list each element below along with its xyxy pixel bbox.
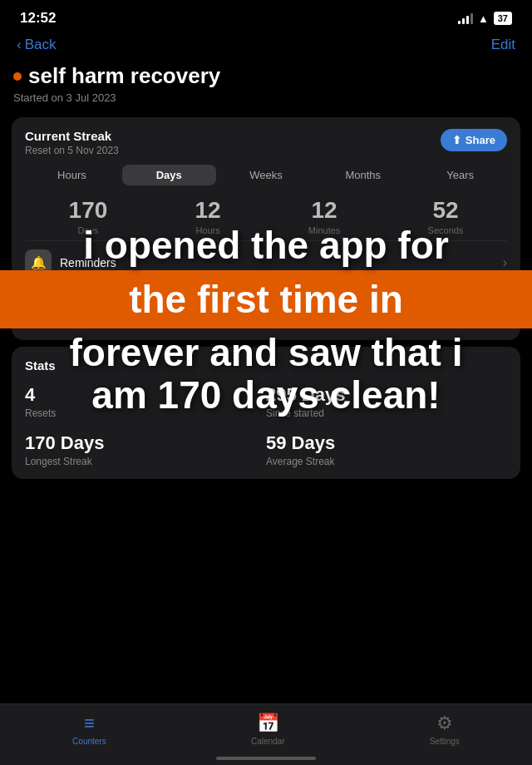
siri-icon: ▶▶ (25, 294, 52, 320)
status-bar: 12:52 ▲ 37 (0, 0, 532, 33)
edit-button[interactable]: Edit (491, 37, 515, 53)
streak-card: Current Streak Reset on 5 Nov 2023 ⬆ Sha… (12, 117, 520, 340)
stats-resets: 4 Resets (25, 384, 266, 419)
tab-counters[interactable]: ≡ Counters (72, 713, 106, 746)
stats-resets-num: 4 (25, 384, 266, 406)
siri-arrow-icon: › (503, 299, 507, 314)
tab-days[interactable]: Days (122, 165, 216, 185)
reminders-row[interactable]: 🔔 Reminders › (25, 240, 507, 284)
stats-since-label: Since started (266, 407, 507, 419)
stats-resets-label: Resets (25, 407, 266, 419)
title-color-dot (13, 72, 22, 81)
siri-badge-icon: ⊕ (484, 302, 491, 313)
siri-label: Siri Shortcuts (60, 300, 129, 313)
stat-days-label: Days (69, 225, 108, 235)
tab-months[interactable]: Months (316, 165, 410, 185)
share-label: Share (466, 134, 495, 146)
status-icons: ▲ 37 (458, 12, 512, 25)
reminders-icon: 🔔 (25, 249, 52, 276)
siri-row[interactable]: ▶▶ Siri Shortcuts ⊕ › (25, 284, 507, 328)
battery-indicator: 37 (494, 12, 512, 25)
stat-hours-label: Hours (195, 225, 221, 235)
page-title-row: self harm recovery (13, 63, 519, 89)
stat-minutes: 12 Minutes (308, 197, 341, 235)
stats-card: Stats 4 Resets 295 Days Since started 17… (12, 347, 520, 479)
stat-hours: 12 Hours (195, 197, 221, 235)
page-title: self harm recovery (28, 63, 220, 89)
streak-header: Current Streak Reset on 5 Nov 2023 ⬆ Sha… (25, 129, 507, 156)
stat-days: 170 Days (69, 197, 108, 235)
nav-bar: ‹ Back Edit (0, 33, 532, 60)
signal-icon (458, 12, 473, 24)
stat-minutes-label: Minutes (308, 225, 341, 235)
settings-label: Settings (430, 737, 460, 746)
time-tabs: Hours Days Weeks Months Years (25, 165, 507, 185)
chevron-left-icon: ‹ (17, 37, 22, 53)
stat-days-num: 170 (69, 197, 108, 224)
tab-calendar[interactable]: 📅 Calendar (251, 713, 285, 746)
tab-hours[interactable]: Hours (25, 165, 119, 185)
back-label: Back (25, 37, 57, 53)
stats-average-label: Average Streak (266, 456, 507, 467)
share-button[interactable]: ⬆ Share (441, 129, 507, 151)
stat-seconds-label: Seconds (428, 225, 464, 235)
page-header: self harm recovery Started on 3 Jul 2023 (0, 60, 532, 111)
tab-settings[interactable]: ⚙ Settings (430, 713, 460, 746)
streak-title: Current Streak (25, 129, 119, 143)
stat-minutes-num: 12 (308, 197, 341, 224)
reminders-label: Reminders (60, 256, 116, 269)
stat-seconds: 52 Seconds (428, 197, 464, 235)
stat-seconds-num: 52 (428, 197, 464, 224)
stats-grid: 4 Resets 295 Days Since started 170 Days… (25, 384, 507, 467)
status-time: 12:52 (20, 10, 56, 27)
calendar-label: Calendar (251, 737, 285, 746)
wifi-icon: ▲ (478, 12, 489, 25)
counters-label: Counters (72, 737, 106, 746)
home-indicator (216, 757, 316, 760)
stats-longest-label: Longest Streak (25, 456, 266, 467)
streak-numbers: 170 Days 12 Hours 12 Minutes 52 Seconds (25, 197, 507, 235)
stats-since-started: 295 Days Since started (266, 384, 507, 419)
stats-average: 59 Days Average Streak (266, 432, 507, 467)
settings-icon: ⚙ (436, 713, 453, 734)
counters-icon: ≡ (84, 713, 95, 734)
page-subtitle: Started on 3 Jul 2023 (13, 91, 519, 104)
siri-badge: ⊕ (480, 299, 496, 315)
tab-bar: ≡ Counters 📅 Calendar ⚙ Settings (0, 703, 532, 765)
stats-longest: 170 Days Longest Streak (25, 432, 266, 467)
streak-info: Current Streak Reset on 5 Nov 2023 (25, 129, 119, 156)
reminders-left: 🔔 Reminders (25, 249, 116, 276)
siri-right: ⊕ › (480, 299, 507, 315)
tab-years[interactable]: Years (413, 165, 507, 185)
siri-left: ▶▶ Siri Shortcuts (25, 294, 129, 320)
streak-subtitle: Reset on 5 Nov 2023 (25, 145, 119, 156)
reminders-arrow-icon: › (503, 255, 507, 270)
share-icon: ⬆ (452, 134, 461, 146)
back-button[interactable]: ‹ Back (17, 37, 56, 53)
calendar-icon: 📅 (257, 713, 279, 734)
tab-weeks[interactable]: Weeks (219, 165, 313, 185)
stats-longest-num: 170 Days (25, 432, 266, 454)
stats-since-num: 295 Days (266, 384, 507, 406)
stats-title: Stats (25, 358, 507, 373)
stat-hours-num: 12 (195, 197, 221, 224)
stats-average-num: 59 Days (266, 432, 507, 454)
